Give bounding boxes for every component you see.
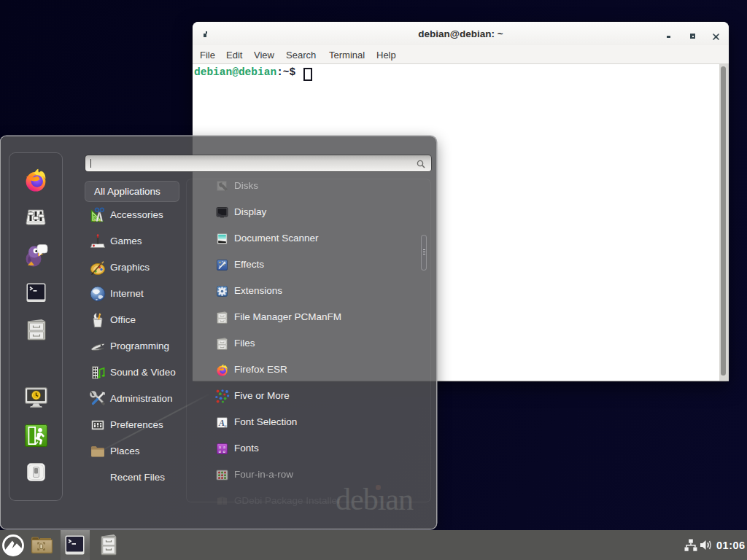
- svg-text:a: a: [219, 448, 221, 454]
- svg-text:a: a: [225, 424, 227, 428]
- svg-text:a: a: [223, 448, 225, 454]
